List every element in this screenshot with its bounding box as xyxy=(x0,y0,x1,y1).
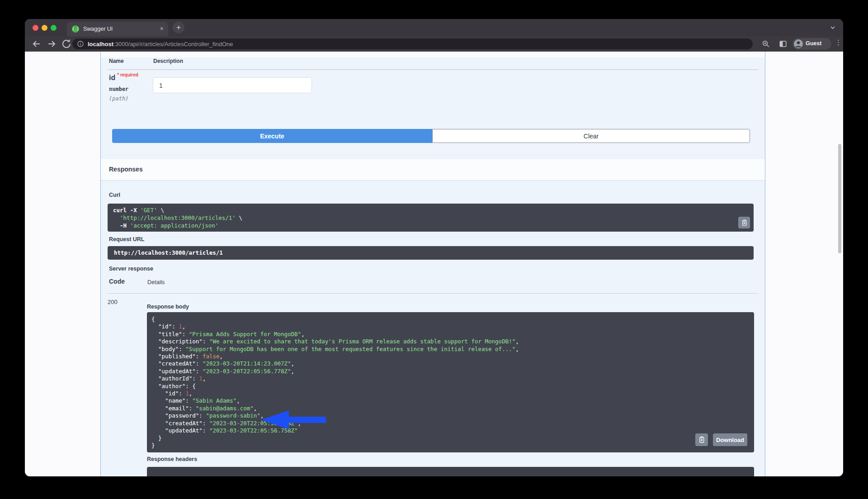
details-header: Details xyxy=(147,279,165,285)
curl-code-block[interactable]: curl -X 'GET' \ 'http://localhost:3000/a… xyxy=(108,204,754,232)
request-url-block: http://localhost:3000/articles/1 xyxy=(108,246,754,260)
avatar xyxy=(794,39,803,48)
svg-text:{.}: {.} xyxy=(72,27,79,31)
copy-response-button[interactable] xyxy=(695,433,708,446)
close-tab-icon[interactable]: × xyxy=(160,25,164,32)
url-host: localhost xyxy=(88,41,113,48)
side-panel-icon[interactable] xyxy=(779,40,790,51)
back-icon[interactable] xyxy=(31,38,42,49)
responses-title: Responses xyxy=(109,166,143,173)
response-headers-label: Response headers xyxy=(147,456,197,462)
code-header: Code xyxy=(109,278,125,285)
server-response-label: Server response xyxy=(109,266,153,272)
url-path: :3000/api/#/articles/ArticlesController_… xyxy=(113,41,233,48)
execute-button[interactable]: Execute xyxy=(112,129,432,143)
response-headers-block xyxy=(147,467,754,476)
profile-button[interactable]: Guest xyxy=(793,38,831,50)
parameter-location: (path) xyxy=(109,95,128,102)
profile-label: Guest xyxy=(806,40,821,47)
maximize-window-button[interactable] xyxy=(51,25,57,31)
download-button[interactable]: Download xyxy=(713,433,747,446)
id-parameter-input[interactable] xyxy=(153,77,312,93)
response-body-block[interactable]: { "id": 1, "title": "Prisma Adds Support… xyxy=(147,312,754,452)
parameter-type: number xyxy=(109,86,128,92)
column-header-name: Name xyxy=(109,58,124,64)
parameter-name: id* required xyxy=(109,72,138,82)
response-body-label: Response body xyxy=(147,304,189,310)
column-header-description: Description xyxy=(153,58,183,64)
url-text: localhost:3000/api/#/articles/ArticlesCo… xyxy=(88,41,233,48)
tab-search-chevron-icon[interactable] xyxy=(829,24,836,31)
browser-window: {.} Swagger UI × + localhost:3000/api/#/… xyxy=(25,19,843,476)
site-info-icon[interactable] xyxy=(77,40,84,48)
tab-title: Swagger UI xyxy=(83,26,113,32)
close-window-button[interactable] xyxy=(33,25,38,31)
curl-label: Curl xyxy=(109,192,120,198)
minimize-window-button[interactable] xyxy=(42,25,47,31)
address-bar[interactable]: localhost:3000/api/#/articles/ArticlesCo… xyxy=(72,38,753,49)
reload-icon[interactable] xyxy=(61,38,72,49)
tab-strip: {.} Swagger UI × + xyxy=(25,19,843,36)
responses-section-header: Responses xyxy=(101,159,765,181)
zoom-page-icon[interactable] xyxy=(762,40,773,51)
forward-icon[interactable] xyxy=(46,38,57,49)
request-url-label: Request URL xyxy=(109,236,144,242)
get-operation-block: Name Description id* required number (pa… xyxy=(100,52,765,476)
status-code: 200 xyxy=(108,299,118,305)
required-badge: * required xyxy=(117,72,138,77)
server-response-divider xyxy=(108,293,758,294)
copy-curl-button[interactable] xyxy=(738,217,750,228)
browser-toolbar: localhost:3000/api/#/articles/ArticlesCo… xyxy=(25,36,843,52)
table-divider xyxy=(108,69,758,70)
scrollbar-thumb[interactable] xyxy=(838,144,841,253)
page-content: Name Description id* required number (pa… xyxy=(25,52,843,476)
annotation-arrow-icon xyxy=(260,410,326,430)
swagger-favicon-icon: {.} xyxy=(72,25,79,33)
clear-button[interactable]: Clear xyxy=(432,129,750,143)
new-tab-button[interactable]: + xyxy=(173,22,184,33)
parameters-header-strip xyxy=(101,52,765,57)
browser-menu-icon[interactable]: ⋮ xyxy=(835,38,842,47)
tab-swagger-ui[interactable]: {.} Swagger UI × xyxy=(67,22,168,36)
